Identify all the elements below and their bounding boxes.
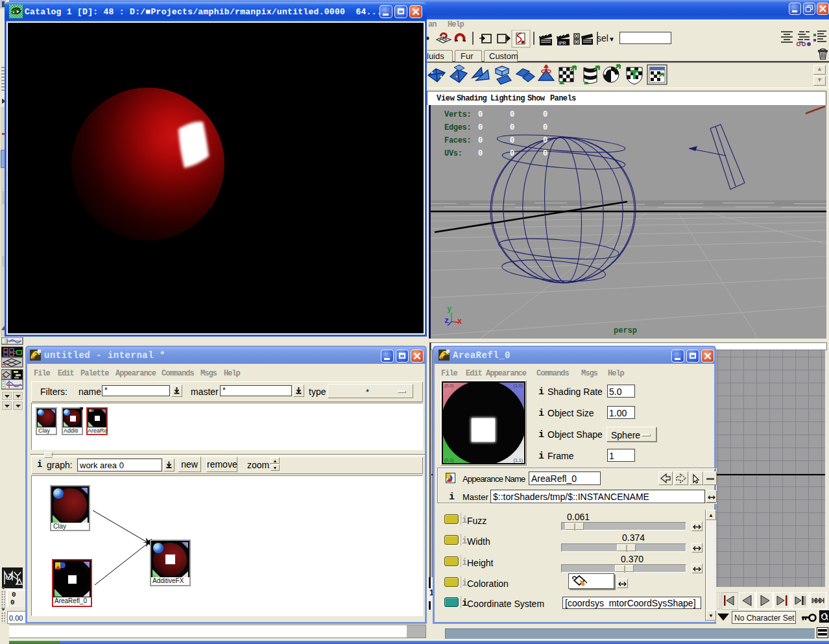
svg-text:IPR: IPR	[559, 41, 566, 45]
